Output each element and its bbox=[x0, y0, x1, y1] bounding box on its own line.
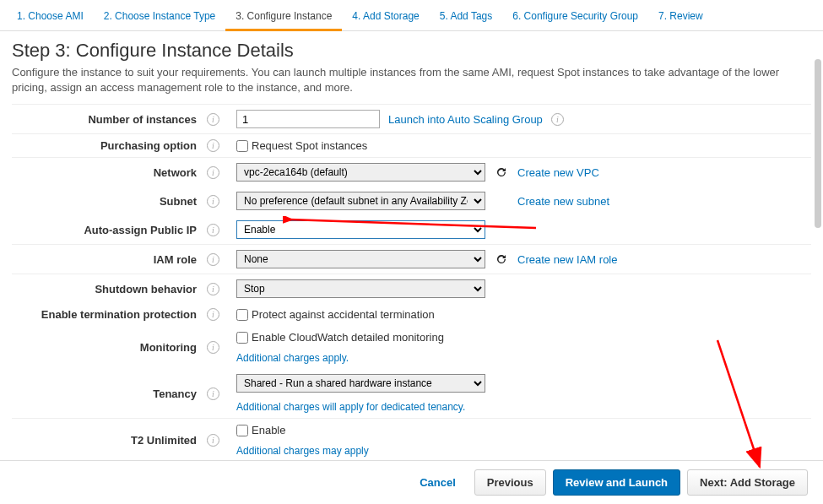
tab-configure-instance[interactable]: 3. Configure Instance bbox=[225, 5, 342, 31]
t2-label: T2 Unlimited bbox=[12, 434, 202, 447]
shutdown-select[interactable]: Stop bbox=[236, 279, 485, 298]
spot-checkbox[interactable] bbox=[236, 140, 248, 152]
tab-add-storage[interactable]: 4. Add Storage bbox=[342, 5, 429, 30]
termination-checkbox[interactable] bbox=[236, 309, 248, 321]
page-title: Step 3: Configure Instance Details bbox=[12, 40, 811, 62]
tenancy-label: Tenancy bbox=[12, 387, 202, 400]
footer-bar: Cancel Previous Review and Launch Next: … bbox=[0, 460, 823, 504]
wizard-nav: 1. Choose AMI 2. Choose Instance Type 3.… bbox=[0, 0, 823, 31]
info-icon[interactable]: i bbox=[207, 166, 219, 179]
spot-label: Request Spot instances bbox=[252, 139, 367, 152]
info-icon[interactable]: i bbox=[207, 308, 219, 321]
scrollbar[interactable] bbox=[815, 25, 821, 464]
info-icon[interactable]: i bbox=[207, 195, 219, 208]
page-description: Configure the instance to suit your requ… bbox=[12, 65, 811, 95]
t2-note[interactable]: Additional charges may apply bbox=[236, 445, 369, 457]
termination-label: Enable termination protection bbox=[12, 308, 202, 321]
info-icon[interactable]: i bbox=[207, 139, 219, 152]
create-vpc-link[interactable]: Create new VPC bbox=[517, 166, 599, 179]
iam-label: IAM role bbox=[12, 253, 202, 266]
subnet-select[interactable]: No preference (default subnet in any Ava… bbox=[236, 192, 485, 210]
instances-label: Number of instances bbox=[12, 113, 202, 126]
monitoring-cb-label: Enable CloudWatch detailed monitoring bbox=[252, 331, 444, 344]
previous-button[interactable]: Previous bbox=[474, 469, 546, 496]
tab-choose-ami[interactable]: 1. Choose AMI bbox=[7, 5, 94, 30]
subnet-label: Subnet bbox=[12, 195, 202, 208]
cancel-button[interactable]: Cancel bbox=[408, 470, 468, 495]
tab-review[interactable]: 7. Review bbox=[648, 5, 713, 30]
network-label: Network bbox=[12, 166, 202, 179]
termination-cb-label: Protect against accidental termination bbox=[252, 308, 435, 321]
info-icon[interactable]: i bbox=[207, 434, 219, 447]
publicip-label: Auto-assign Public IP bbox=[12, 224, 202, 236]
info-icon[interactable]: i bbox=[207, 224, 219, 236]
info-icon[interactable]: i bbox=[207, 387, 219, 400]
tenancy-note[interactable]: Additional charges will apply for dedica… bbox=[236, 401, 465, 413]
publicip-select[interactable]: Enable bbox=[236, 220, 485, 239]
launch-asg-link[interactable]: Launch into Auto Scaling Group bbox=[388, 113, 543, 126]
tab-choose-instance-type[interactable]: 2. Choose Instance Type bbox=[94, 5, 226, 30]
monitoring-note[interactable]: Additional charges apply. bbox=[236, 352, 349, 364]
refresh-icon[interactable] bbox=[494, 252, 509, 267]
info-icon[interactable]: i bbox=[551, 113, 564, 126]
t2-checkbox[interactable] bbox=[236, 425, 248, 436]
info-icon[interactable]: i bbox=[207, 253, 219, 266]
review-launch-button[interactable]: Review and Launch bbox=[553, 469, 680, 496]
monitoring-label: Monitoring bbox=[12, 341, 202, 354]
monitoring-checkbox[interactable] bbox=[236, 332, 248, 344]
purchasing-label: Purchasing option bbox=[12, 139, 202, 152]
scrollbar-thumb[interactable] bbox=[815, 59, 821, 228]
network-select[interactable]: vpc-2eca164b (default) bbox=[236, 163, 485, 182]
tenancy-select[interactable]: Shared - Run a shared hardware instance bbox=[236, 374, 485, 393]
create-subnet-link[interactable]: Create new subnet bbox=[517, 195, 609, 208]
refresh-icon[interactable] bbox=[494, 165, 509, 180]
tab-add-tags[interactable]: 5. Add Tags bbox=[430, 5, 503, 30]
next-add-storage-button[interactable]: Next: Add Storage bbox=[687, 469, 808, 496]
shutdown-label: Shutdown behavior bbox=[12, 283, 202, 295]
t2-cb-label: Enable bbox=[252, 424, 285, 436]
info-icon[interactable]: i bbox=[207, 341, 219, 354]
iam-select[interactable]: None bbox=[236, 250, 485, 268]
page-header: Step 3: Configure Instance Details Confi… bbox=[0, 31, 823, 99]
info-icon[interactable]: i bbox=[207, 283, 219, 295]
info-icon[interactable]: i bbox=[207, 113, 219, 126]
tab-configure-security-group[interactable]: 6. Configure Security Group bbox=[502, 5, 648, 30]
instances-input[interactable] bbox=[236, 110, 380, 128]
create-iam-link[interactable]: Create new IAM role bbox=[517, 253, 618, 266]
configure-form: Number of instances i Launch into Auto S… bbox=[0, 99, 823, 504]
